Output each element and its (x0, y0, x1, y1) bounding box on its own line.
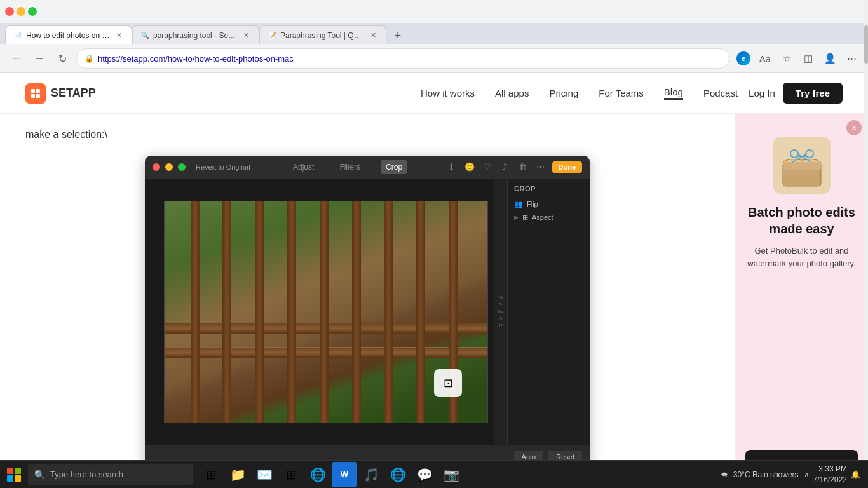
forward-btn[interactable]: → (31, 50, 48, 67)
taskbar-photos[interactable]: 📷 (438, 462, 464, 487)
site-logo[interactable]: SETAPP (25, 83, 96, 104)
taskbar-edge[interactable]: 🌐 (305, 462, 330, 487)
secure-icon: 🔒 (85, 54, 94, 63)
mac-tab-crop[interactable]: Crop (381, 160, 407, 174)
ruler-mark-4: -5· (498, 316, 503, 321)
window-close-btn[interactable] (5, 7, 14, 16)
tab3-close-btn[interactable]: ✕ (368, 30, 378, 41)
tab2-close-btn[interactable]: ✕ (241, 30, 251, 41)
tab3-title: Paraphrasing Tool | QuillBot AI (280, 31, 364, 40)
taskbar-search-text: Type here to search (50, 470, 123, 479)
taskbar-task-view[interactable]: ⊞ (198, 462, 224, 487)
read-aloud-btn[interactable]: Aa (756, 50, 774, 67)
svg-rect-2 (31, 94, 35, 98)
win-square-1 (7, 468, 13, 474)
tray-arrow-icon[interactable]: ∧ (804, 470, 810, 479)
win-square-4 (15, 475, 21, 482)
ruler-mark-2: 6· (499, 302, 503, 307)
refresh-btn[interactable]: ↻ (53, 50, 71, 67)
mac-tab-filters[interactable]: Filters (334, 160, 365, 174)
mac-titlebar-right: ℹ 🙂 ♡ ⤴ 🗑 ⋯ Done (445, 161, 583, 173)
flip-label: Flip (527, 200, 538, 208)
nav-for-teams[interactable]: For Teams (599, 88, 644, 98)
taskbar-store[interactable]: ⊞ (278, 462, 304, 487)
window-maximize-btn[interactable] (28, 7, 37, 16)
more-btn[interactable]: ⋯ (843, 50, 860, 67)
taskbar-chrome[interactable]: 🌐 (385, 462, 410, 487)
nav-divider (743, 86, 743, 101)
nav-try-free-btn[interactable]: Try free (783, 83, 843, 104)
system-tray: 🌧 30°C Rain showers ∧ (721, 470, 810, 479)
photo-display: ⊡ (164, 201, 488, 423)
edge-logo: e (736, 51, 750, 65)
nav-all-apps[interactable]: All apps (495, 88, 529, 98)
site-nav: SETAPP How it works All apps Pricing For… (0, 73, 868, 114)
clock-date: 7/16/2022 (813, 475, 847, 485)
url-bar[interactable]: 🔒 https://setapp.com/how-to/how-to-edit-… (76, 48, 729, 69)
tab1-close-btn[interactable]: ✕ (114, 30, 124, 41)
taskbar-search-box[interactable]: 🔍 Type here to search (28, 464, 193, 485)
fence-vert-8 (416, 201, 425, 423)
taskbar-mail[interactable]: ✉️ (252, 462, 277, 487)
tray-weather-icon: 🌧 (721, 470, 728, 479)
ad-description: Get PhotoBulk to edit and watermark your… (745, 245, 858, 269)
nav-podcast[interactable]: Podcast (703, 88, 738, 98)
back-btn[interactable]: ← (8, 50, 25, 67)
nav-pricing[interactable]: Pricing (549, 88, 578, 98)
photo-overlay-btn[interactable]: ⊡ (434, 369, 462, 397)
ad-close-btn[interactable]: × (846, 120, 862, 135)
taskbar-spotify[interactable]: 🎵 (358, 462, 384, 487)
aspect-label: Aspect (532, 214, 553, 221)
mac-tab-adjust[interactable]: Adjust (288, 160, 319, 174)
browser-tab-3[interactable]: 📝 Paraphrasing Tool | QuillBot AI ✕ (259, 25, 386, 44)
mac-more-icon[interactable]: ⋯ (534, 161, 547, 173)
start-btn[interactable] (0, 461, 28, 489)
browser-chrome: 📄 How to edit photos on Mac 202… ✕ 🔍 par… (0, 0, 868, 73)
taskbar-right: 🌧 30°C Rain showers ∧ 3:33 PM 7/16/2022 … (713, 464, 868, 485)
mac-smiley-icon[interactable]: 🙂 (463, 161, 476, 173)
mac-heart-icon[interactable]: ♡ (481, 161, 494, 173)
nav-how-it-works[interactable]: How it works (421, 88, 475, 98)
mac-titlebar: Revert to Original Adjust Filters Crop ℹ… (145, 156, 590, 179)
fence-vert-6 (352, 201, 361, 423)
taskbar-clock[interactable]: 3:33 PM 7/16/2022 (813, 464, 847, 485)
mac-trash-icon[interactable]: 🗑 (517, 161, 529, 173)
nav-blog[interactable]: Blog (664, 86, 683, 100)
mac-info-icon[interactable]: ℹ (445, 161, 458, 173)
browser-tab-2[interactable]: 🔍 paraphrasing tool - Search ✕ (132, 25, 259, 44)
mac-fullscreen-btn[interactable] (178, 163, 186, 171)
logo-icon (25, 83, 46, 104)
ruler-mark-3: 0·4 (498, 309, 504, 314)
mac-done-btn[interactable]: Done (552, 161, 583, 173)
favorites-btn[interactable]: ☆ (778, 50, 796, 67)
mac-sidebar-aspect[interactable]: ▶ ⊞ Aspect (514, 211, 583, 224)
url-text: https://setapp.com/how-to/how-to-edit-ph… (98, 54, 721, 64)
fence-vert-3 (255, 201, 264, 423)
tray-notification-icon[interactable]: 🔔 (851, 470, 860, 479)
taskbar-whatsapp[interactable]: 💬 (412, 462, 437, 487)
profile-btn[interactable]: 👤 (821, 50, 839, 67)
tab1-title: How to edit photos on Mac 202… (26, 31, 110, 40)
article-area: make a selection:\ Revert to Original Ad… (0, 114, 735, 488)
mac-close-btn[interactable] (153, 163, 160, 171)
mac-revert-btn[interactable]: Revert to Original (196, 163, 250, 171)
mac-toolbar-tabs: Adjust Filters Crop (255, 160, 440, 174)
scrollbar-track (864, 114, 868, 488)
mac-sidebar-flip[interactable]: 👥 Flip (514, 198, 583, 211)
mac-photo-area: ⊡ 10· 6· 0·4 -5· -10· (145, 179, 507, 445)
svg-rect-3 (36, 94, 40, 98)
window-minimize-btn[interactable] (17, 7, 25, 16)
browser-tab-1[interactable]: 📄 How to edit photos on Mac 202… ✕ (5, 25, 132, 44)
mac-share-icon[interactable]: ⤴ (499, 161, 512, 173)
ad-icon (773, 137, 831, 194)
taskbar-file-explorer[interactable]: 📁 (225, 462, 250, 487)
taskbar-word[interactable]: W (332, 462, 357, 487)
win-square-2 (15, 468, 21, 474)
nav-login-btn[interactable]: Log In (749, 88, 775, 98)
flip-icon: 👥 (514, 200, 523, 208)
mac-minimize-btn[interactable] (165, 163, 173, 171)
edge-extensions-btn[interactable]: e (735, 50, 752, 67)
new-tab-btn[interactable]: + (389, 27, 407, 44)
tab2-favicon: 🔍 (140, 31, 149, 40)
collections-btn[interactable]: ◫ (799, 50, 817, 67)
